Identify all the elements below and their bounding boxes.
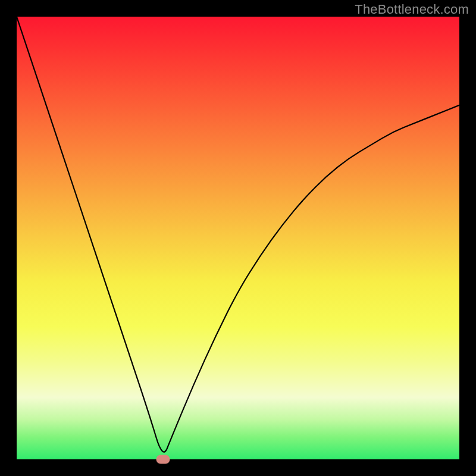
chart-frame: TheBottleneck.com: [0, 0, 476, 476]
curve-svg: [17, 17, 459, 459]
bottleneck-curve-line: [17, 17, 459, 452]
watermark-text: TheBottleneck.com: [355, 2, 469, 17]
optimum-marker: [156, 455, 170, 464]
plot-area: [17, 17, 459, 459]
